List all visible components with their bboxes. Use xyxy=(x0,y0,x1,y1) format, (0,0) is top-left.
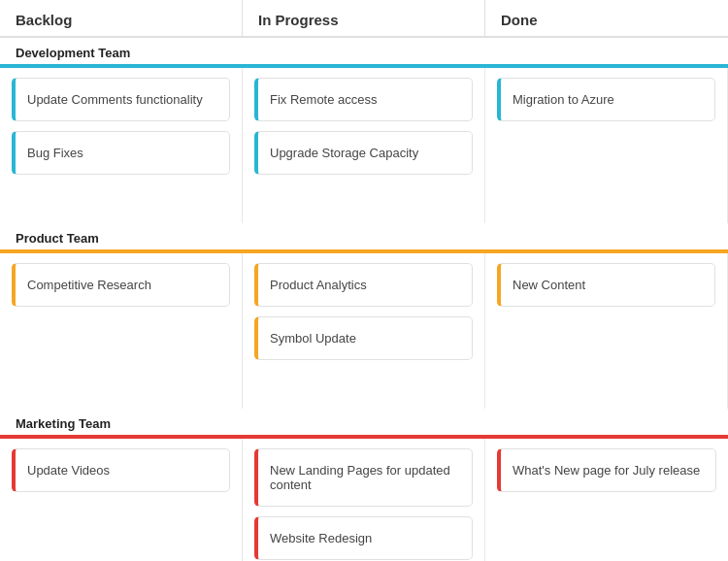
card-marketing-team-col2-0[interactable]: What's New page for July release xyxy=(497,448,716,492)
card-product-team-col1-1[interactable]: Symbol Update xyxy=(254,316,473,360)
team-col-marketing-team-1: New Landing Pages for updated contentWeb… xyxy=(243,439,485,561)
column-header-done: Done xyxy=(485,0,728,37)
card-marketing-team-col1-0[interactable]: New Landing Pages for updated content xyxy=(254,448,473,507)
team-label-product-team: Product Team xyxy=(0,223,728,249)
team-col-development-team-0: Update Comments functionalityBug Fixes xyxy=(0,68,243,223)
column-header-in-progress: In Progress xyxy=(243,0,485,37)
card-marketing-team-col1-1[interactable]: Website Redesign xyxy=(254,516,473,560)
card-product-team-col1-0[interactable]: Product Analytics xyxy=(254,263,473,307)
team-col-development-team-2: Migration to Azure xyxy=(485,68,728,223)
team-label-marketing-team: Marketing Team xyxy=(0,409,728,435)
card-development-team-col1-0[interactable]: Fix Remote access xyxy=(254,78,473,121)
card-development-team-col0-0[interactable]: Update Comments functionality xyxy=(12,78,230,121)
card-product-team-col0-0[interactable]: Competitive Research xyxy=(12,263,230,307)
team-label-development-team: Development Team xyxy=(0,38,728,64)
team-col-product-team-1: Product AnalyticsSymbol Update xyxy=(243,253,485,409)
card-marketing-team-col0-0[interactable]: Update Videos xyxy=(12,448,230,492)
team-col-product-team-2: New Content xyxy=(485,253,728,409)
team-col-marketing-team-2: What's New page for July release xyxy=(485,439,728,561)
card-development-team-col0-1[interactable]: Bug Fixes xyxy=(12,131,230,175)
card-product-team-col2-0[interactable]: New Content xyxy=(497,263,715,307)
column-header-backlog: Backlog xyxy=(0,0,243,37)
card-development-team-col2-0[interactable]: Migration to Azure xyxy=(497,78,715,121)
card-development-team-col1-1[interactable]: Upgrade Storage Capacity xyxy=(254,131,473,175)
team-col-marketing-team-0: Update Videos xyxy=(0,439,243,561)
team-col-product-team-0: Competitive Research xyxy=(0,253,243,409)
team-col-development-team-1: Fix Remote accessUpgrade Storage Capacit… xyxy=(243,68,485,223)
